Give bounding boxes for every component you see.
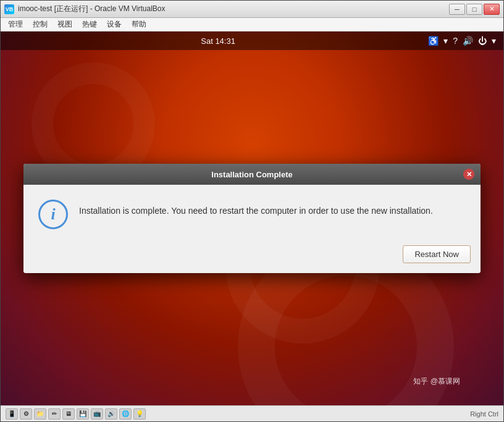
menu-manage[interactable]: 管理 <box>3 18 28 31</box>
dialog-body: i Installation is complete. You need to … <box>23 185 481 242</box>
dialog-message: Installation is complete. You need to re… <box>79 200 466 217</box>
status-icon-9: 🌐 <box>119 408 132 420</box>
status-icon-8: 🔊 <box>105 408 117 420</box>
app-icon: VB <box>4 4 14 14</box>
minimize-button[interactable]: ─ <box>449 4 465 15</box>
dialog-close-button[interactable]: ✕ <box>463 169 474 180</box>
window-controls: ─ □ ✕ <box>449 4 500 15</box>
dialog-title: Installation Complete <box>30 170 474 179</box>
status-icon-2: ⚙ <box>20 408 32 420</box>
status-icon-1: 📱 <box>6 408 18 420</box>
window-title: imooc-test [正在运行] - Oracle VM VirtualBox <box>18 4 449 14</box>
status-icon-4: ✏ <box>48 408 61 420</box>
status-icons-group: 📱 ⚙ 📁 ✏ 🖥 💾 📺 🔊 🌐 💡 <box>6 408 468 420</box>
info-icon: i <box>38 200 68 229</box>
status-bar: 📱 ⚙ 📁 ✏ 🖥 💾 📺 🔊 🌐 💡 Right Ctrl <box>1 405 503 421</box>
status-icon-7: 📺 <box>91 408 103 420</box>
menu-help[interactable]: 帮助 <box>127 18 151 31</box>
close-button[interactable]: ✕ <box>484 4 500 15</box>
status-icon-6: 💾 <box>77 408 89 420</box>
menu-bar: 管理 控制 视图 热键 设备 帮助 <box>1 18 503 32</box>
menu-view[interactable]: 视图 <box>52 18 77 31</box>
ubuntu-desktop: Sat 14:31 ♿ ▾ ? 🔊 ⏻ ▾ Installation Compl… <box>1 32 503 405</box>
virtualbox-window: VB imooc-test [正在运行] - Oracle VM Virtual… <box>0 0 504 422</box>
status-icon-10: 💡 <box>133 408 146 420</box>
dialog-title-bar: Installation Complete ✕ <box>23 164 481 185</box>
right-ctrl-label: Right Ctrl <box>470 410 498 418</box>
installation-complete-dialog: Installation Complete ✕ i Installation i… <box>23 164 481 273</box>
restart-now-button[interactable]: Restart Now <box>403 245 471 263</box>
title-bar: VB imooc-test [正在运行] - Oracle VM Virtual… <box>1 1 503 18</box>
menu-devices[interactable]: 设备 <box>102 18 127 31</box>
menu-hotkeys[interactable]: 热键 <box>77 18 102 31</box>
maximize-button[interactable]: □ <box>466 4 482 15</box>
status-icon-3: 📁 <box>34 408 46 420</box>
menu-control[interactable]: 控制 <box>28 18 52 31</box>
vm-display: Sat 14:31 ♿ ▾ ? 🔊 ⏻ ▾ Installation Compl… <box>1 32 503 405</box>
dialog-footer: Restart Now <box>23 242 481 273</box>
status-icon-5: 🖥 <box>62 408 75 420</box>
dialog-overlay: Installation Complete ✕ i Installation i… <box>1 32 503 405</box>
